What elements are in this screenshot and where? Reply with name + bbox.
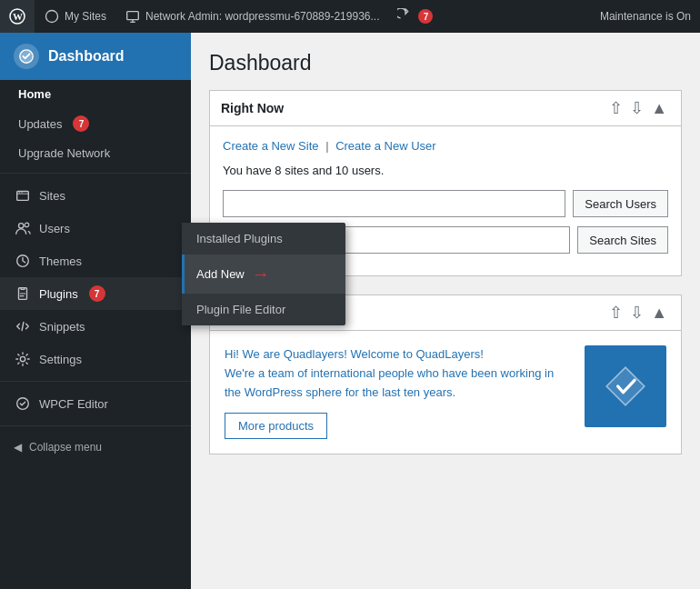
network-admin-button[interactable]: Network Admin: wordpressmu-670889-21993​… [115, 0, 388, 33]
search-users-input[interactable] [223, 190, 565, 217]
sidebar-divider-2 [0, 381, 191, 382]
quadlayers-panel-body: Hi! We are Quadlayers! Welcome to QuadLa… [210, 331, 681, 454]
search-sites-button[interactable]: Search Sites [577, 226, 668, 254]
sidebar-item-wpcf[interactable]: WPCF Editor [0, 387, 191, 420]
sidebar: Dashboard Home Updates 7 Upgrade Network… [0, 33, 191, 589]
admin-bar: W My Sites Network Admin: wordpressmu-67… [0, 0, 700, 33]
ql-panel-collapse-up-button[interactable]: ⇧ [606, 304, 625, 321]
updates-button[interactable]: 7 [388, 0, 442, 33]
svg-rect-2 [127, 12, 139, 20]
sidebar-item-plugins[interactable]: Plugins 7 [0, 277, 191, 310]
submenu-installed-plugins[interactable]: Installed Plugins [182, 223, 345, 255]
my-sites-button[interactable]: My Sites [35, 0, 115, 33]
sidebar-item-upgrade-network[interactable]: Upgrade Network [0, 139, 191, 167]
sites-users-info: You have 8 sites and 10 users. [223, 164, 668, 177]
create-user-link[interactable]: Create a New User [335, 139, 436, 153]
panel-links: Create a New Site | Create a New User [223, 139, 668, 153]
link-separator: | [325, 139, 328, 153]
sidebar-dashboard-button[interactable]: Dashboard [0, 33, 191, 80]
themes-icon [14, 252, 32, 270]
plugins-icon [14, 285, 32, 303]
sidebar-item-users[interactable]: Users [0, 212, 191, 245]
quadlayers-panel-controls: ⇧ ⇩ ▲ [606, 304, 670, 321]
updates-badge: 7 [418, 9, 433, 24]
updates-sidebar-badge: 7 [73, 115, 89, 132]
svg-point-5 [19, 192, 20, 193]
svg-rect-4 [17, 192, 29, 201]
submenu-plugin-file-editor[interactable]: Plugin File Editor [182, 294, 345, 325]
search-users-row: Search Users [223, 190, 668, 217]
sidebar-item-settings[interactable]: Settings [0, 343, 191, 375]
svg-point-7 [19, 224, 24, 228]
svg-text:W: W [13, 11, 23, 22]
panel-collapse-up-button[interactable]: ⇧ [606, 100, 625, 116]
plugins-sidebar-badge: 7 [89, 285, 105, 302]
ql-panel-close-button[interactable]: ▲ [648, 304, 670, 321]
svg-marker-13 [606, 367, 645, 405]
sidebar-divider-3 [0, 425, 191, 426]
page-title: Dashboard [209, 51, 682, 75]
svg-point-6 [21, 192, 22, 193]
quadlayers-text: Hi! We are Quadlayers! Welcome to QuadLa… [225, 345, 570, 439]
sidebar-item-updates[interactable]: Updates 7 [0, 108, 191, 139]
plugins-submenu: Installed Plugins Add New → Plugin File … [182, 223, 345, 325]
panel-collapse-down-button[interactable]: ⇩ [627, 100, 646, 116]
maintenance-status: Maintenance is On [591, 0, 700, 33]
quadlayers-logo [585, 345, 666, 427]
sidebar-title: Dashboard [48, 48, 125, 65]
wpcf-icon [14, 394, 32, 413]
search-users-button[interactable]: Search Users [573, 190, 668, 217]
sidebar-divider-1 [0, 173, 191, 174]
quadlayers-description: Hi! We are Quadlayers! Welcome to QuadLa… [225, 345, 570, 402]
svg-point-11 [20, 356, 25, 361]
panel-close-button[interactable]: ▲ [648, 100, 670, 116]
settings-icon [14, 350, 32, 368]
more-products-button[interactable]: More products [225, 413, 327, 439]
wp-logo-button[interactable]: W [0, 0, 35, 33]
maintenance-label: Maintenance is On [600, 10, 691, 23]
snippets-icon [14, 317, 32, 335]
right-now-title: Right Now [221, 101, 284, 115]
collapse-icon: ◀ [14, 441, 22, 454]
sidebar-item-home[interactable]: Home [0, 80, 191, 108]
svg-point-8 [25, 223, 29, 227]
submenu-add-new[interactable]: Add New → [182, 255, 345, 294]
sidebar-item-snippets[interactable]: Snippets [0, 310, 191, 343]
panel-controls: ⇧ ⇩ ▲ [606, 100, 670, 116]
sites-icon [14, 186, 32, 205]
dashboard-icon [14, 44, 39, 69]
ql-panel-collapse-down-button[interactable]: ⇩ [627, 304, 646, 321]
users-icon [14, 219, 32, 237]
create-site-link[interactable]: Create a New Site [223, 139, 319, 153]
arrow-right-icon: → [252, 264, 270, 285]
network-admin-label: Network Admin: wordpressmu-670889-21993​… [145, 10, 379, 23]
sidebar-item-sites[interactable]: Sites [0, 179, 191, 212]
collapse-menu-button[interactable]: ◀ Collapse menu [0, 432, 191, 463]
sidebar-item-themes[interactable]: Themes [0, 245, 191, 277]
my-sites-label: My Sites [65, 10, 106, 23]
right-now-panel-header: Right Now ⇧ ⇩ ▲ [210, 91, 681, 126]
